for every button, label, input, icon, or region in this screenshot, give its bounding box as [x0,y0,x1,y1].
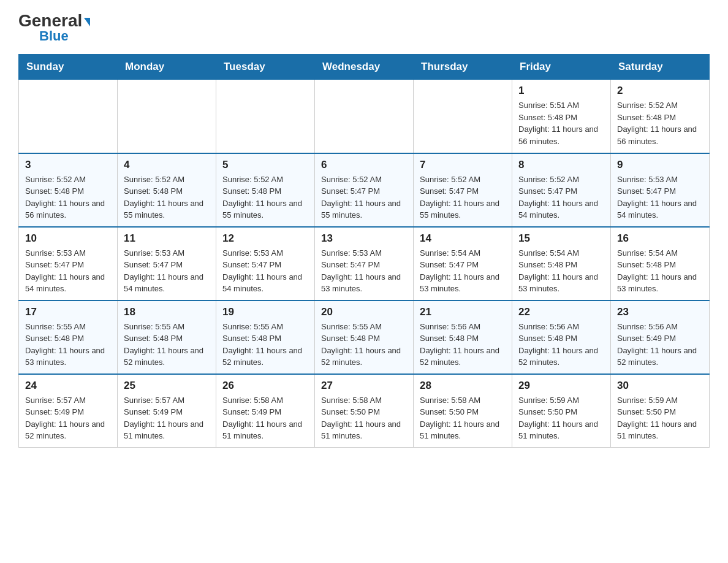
calendar-cell: 19Sunrise: 5:55 AMSunset: 5:48 PMDayligh… [216,301,315,374]
calendar-cell: 2Sunrise: 5:52 AMSunset: 5:48 PMDaylight… [611,80,710,153]
day-of-week-header: Wednesday [315,55,414,80]
calendar-week-row: 1Sunrise: 5:51 AMSunset: 5:48 PMDaylight… [19,80,710,153]
day-of-week-header: Sunday [19,55,118,80]
day-number: 9 [617,159,703,171]
calendar-cell: 8Sunrise: 5:52 AMSunset: 5:47 PMDaylight… [512,153,611,227]
calendar-cell: 23Sunrise: 5:56 AMSunset: 5:49 PMDayligh… [611,301,710,374]
day-info: Sunrise: 5:55 AMSunset: 5:48 PMDaylight:… [25,321,111,369]
calendar-cell: 21Sunrise: 5:56 AMSunset: 5:48 PMDayligh… [414,301,512,374]
calendar-cell: 30Sunrise: 5:59 AMSunset: 5:50 PMDayligh… [611,374,710,448]
day-info: Sunrise: 5:59 AMSunset: 5:50 PMDaylight:… [617,394,703,442]
day-number: 14 [420,232,506,245]
day-number: 25 [124,380,210,392]
day-number: 15 [518,232,604,245]
calendar-cell: 28Sunrise: 5:58 AMSunset: 5:50 PMDayligh… [414,374,512,448]
day-info: Sunrise: 5:52 AMSunset: 5:47 PMDaylight:… [518,174,604,221]
day-info: Sunrise: 5:53 AMSunset: 5:47 PMDaylight:… [321,247,407,295]
day-of-week-header: Monday [118,55,216,80]
day-info: Sunrise: 5:52 AMSunset: 5:48 PMDaylight:… [25,174,111,221]
calendar-cell: 13Sunrise: 5:53 AMSunset: 5:47 PMDayligh… [315,227,414,301]
day-info: Sunrise: 5:53 AMSunset: 5:47 PMDaylight:… [124,247,210,295]
day-info: Sunrise: 5:53 AMSunset: 5:47 PMDaylight:… [222,247,308,295]
logo-general-text: General [18,12,90,29]
calendar-cell: 3Sunrise: 5:52 AMSunset: 5:48 PMDaylight… [19,153,118,227]
calendar-cell: 14Sunrise: 5:54 AMSunset: 5:47 PMDayligh… [414,227,512,301]
logo: General Blue [18,12,90,43]
day-info: Sunrise: 5:56 AMSunset: 5:49 PMDaylight:… [617,321,703,369]
day-info: Sunrise: 5:52 AMSunset: 5:47 PMDaylight:… [420,174,506,221]
day-number: 1 [518,85,604,97]
calendar-cell: 4Sunrise: 5:52 AMSunset: 5:48 PMDaylight… [118,153,216,227]
day-number: 23 [617,306,703,318]
day-of-week-header: Friday [512,55,611,80]
day-number: 19 [222,306,308,318]
day-info: Sunrise: 5:58 AMSunset: 5:50 PMDaylight:… [321,394,407,442]
day-number: 8 [518,159,604,171]
day-number: 21 [420,306,506,318]
calendar-cell: 5Sunrise: 5:52 AMSunset: 5:48 PMDaylight… [216,153,315,227]
calendar-cell [315,80,414,153]
day-of-week-header: Saturday [611,55,710,80]
day-number: 26 [222,380,308,392]
calendar-cell: 27Sunrise: 5:58 AMSunset: 5:50 PMDayligh… [315,374,414,448]
calendar-cell [216,80,315,153]
day-number: 28 [420,380,506,392]
calendar-cell [414,80,512,153]
calendar-table: SundayMondayTuesdayWednesdayThursdayFrid… [18,54,710,448]
day-info: Sunrise: 5:52 AMSunset: 5:48 PMDaylight:… [222,174,308,221]
day-number: 20 [321,306,407,318]
calendar-week-row: 3Sunrise: 5:52 AMSunset: 5:48 PMDaylight… [19,153,710,227]
day-number: 7 [420,159,506,171]
day-number: 24 [25,380,111,392]
day-number: 29 [518,380,604,392]
calendar-cell: 6Sunrise: 5:52 AMSunset: 5:47 PMDaylight… [315,153,414,227]
calendar-cell: 24Sunrise: 5:57 AMSunset: 5:49 PMDayligh… [19,374,118,448]
calendar-cell: 12Sunrise: 5:53 AMSunset: 5:47 PMDayligh… [216,227,315,301]
day-info: Sunrise: 5:57 AMSunset: 5:49 PMDaylight:… [25,394,111,442]
calendar-cell: 26Sunrise: 5:58 AMSunset: 5:49 PMDayligh… [216,374,315,448]
day-number: 27 [321,380,407,392]
day-info: Sunrise: 5:51 AMSunset: 5:48 PMDaylight:… [518,99,604,147]
day-info: Sunrise: 5:54 AMSunset: 5:47 PMDaylight:… [420,247,506,295]
day-info: Sunrise: 5:59 AMSunset: 5:50 PMDaylight:… [518,394,604,442]
day-info: Sunrise: 5:55 AMSunset: 5:48 PMDaylight:… [222,321,308,369]
logo-blue-text: Blue [39,29,69,43]
day-info: Sunrise: 5:55 AMSunset: 5:48 PMDaylight:… [124,321,210,369]
day-info: Sunrise: 5:53 AMSunset: 5:47 PMDaylight:… [617,174,703,221]
day-info: Sunrise: 5:52 AMSunset: 5:48 PMDaylight:… [124,174,210,221]
day-info: Sunrise: 5:56 AMSunset: 5:48 PMDaylight:… [518,321,604,369]
calendar-cell [19,80,118,153]
day-number: 12 [222,232,308,245]
day-of-week-header: Tuesday [216,55,315,80]
calendar-header-row: SundayMondayTuesdayWednesdayThursdayFrid… [19,55,710,80]
calendar-week-row: 17Sunrise: 5:55 AMSunset: 5:48 PMDayligh… [19,301,710,374]
day-number: 17 [25,306,111,318]
calendar-cell: 18Sunrise: 5:55 AMSunset: 5:48 PMDayligh… [118,301,216,374]
day-info: Sunrise: 5:54 AMSunset: 5:48 PMDaylight:… [617,247,703,295]
day-info: Sunrise: 5:55 AMSunset: 5:48 PMDaylight:… [321,321,407,369]
day-info: Sunrise: 5:56 AMSunset: 5:48 PMDaylight:… [420,321,506,369]
calendar-cell: 11Sunrise: 5:53 AMSunset: 5:47 PMDayligh… [118,227,216,301]
calendar-cell: 7Sunrise: 5:52 AMSunset: 5:47 PMDaylight… [414,153,512,227]
calendar-cell: 20Sunrise: 5:55 AMSunset: 5:48 PMDayligh… [315,301,414,374]
day-of-week-header: Thursday [414,55,512,80]
calendar-week-row: 24Sunrise: 5:57 AMSunset: 5:49 PMDayligh… [19,374,710,448]
day-number: 30 [617,380,703,392]
day-number: 16 [617,232,703,245]
day-number: 11 [124,232,210,245]
page-header: General Blue [18,12,710,43]
day-number: 10 [25,232,111,245]
day-number: 2 [617,85,703,97]
day-number: 13 [321,232,407,245]
day-info: Sunrise: 5:52 AMSunset: 5:47 PMDaylight:… [321,174,407,221]
calendar-cell: 1Sunrise: 5:51 AMSunset: 5:48 PMDaylight… [512,80,611,153]
calendar-cell: 15Sunrise: 5:54 AMSunset: 5:48 PMDayligh… [512,227,611,301]
day-number: 6 [321,159,407,171]
day-info: Sunrise: 5:58 AMSunset: 5:50 PMDaylight:… [420,394,506,442]
calendar-cell: 22Sunrise: 5:56 AMSunset: 5:48 PMDayligh… [512,301,611,374]
day-number: 5 [222,159,308,171]
day-number: 3 [25,159,111,171]
day-info: Sunrise: 5:54 AMSunset: 5:48 PMDaylight:… [518,247,604,295]
day-number: 4 [124,159,210,171]
day-info: Sunrise: 5:52 AMSunset: 5:48 PMDaylight:… [617,99,703,147]
